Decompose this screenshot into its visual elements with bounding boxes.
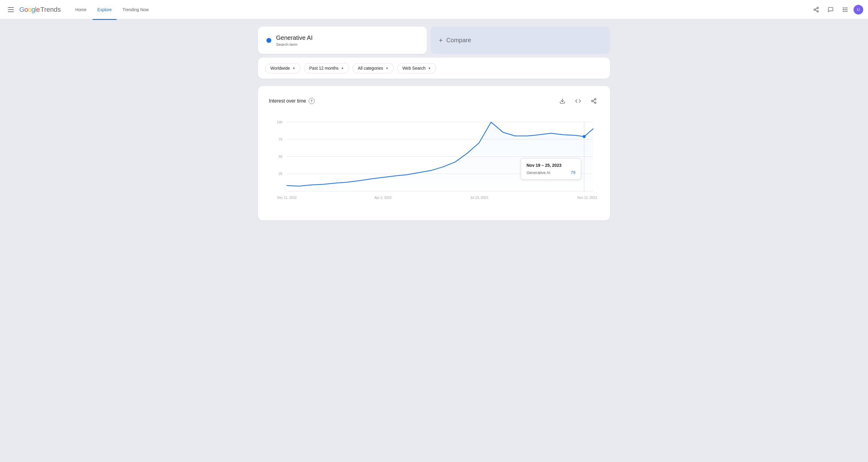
y-label-100: 100	[277, 120, 282, 124]
x-label-apr: Apr 2, 2023	[374, 196, 392, 199]
svg-line-3	[815, 10, 817, 11]
search-term-card[interactable]: Generative AI Search term	[258, 27, 427, 54]
chart-actions	[557, 95, 599, 107]
search-term-dot	[267, 38, 271, 43]
time-filter-label: Past 12 months	[309, 66, 338, 70]
svg-rect-9	[844, 9, 845, 10]
x-label-dec: Dec 11, 2022	[277, 196, 297, 199]
avatar[interactable]: U	[854, 5, 863, 15]
search-compare-row: Generative AI Search term + Compare	[258, 27, 610, 54]
y-label-50: 50	[279, 155, 282, 158]
location-filter-arrow: ▼	[292, 67, 296, 70]
search-term-type: Search term	[276, 42, 418, 47]
chart-header: Interest over time ?	[269, 95, 599, 107]
download-icon[interactable]	[557, 95, 568, 107]
chart-title-row: Interest over time ?	[269, 98, 315, 104]
location-filter-label: Worldwide	[270, 66, 290, 70]
compare-card[interactable]: + Compare	[430, 27, 610, 54]
category-filter[interactable]: All categories ▼	[352, 63, 394, 73]
compare-plus-icon: +	[439, 36, 443, 44]
nav-home[interactable]: Home	[70, 5, 91, 15]
svg-rect-7	[846, 7, 847, 8]
svg-rect-5	[843, 7, 844, 8]
main-content: Generative AI Search term + Compare Worl…	[253, 19, 615, 228]
time-filter[interactable]: Past 12 months ▼	[304, 63, 349, 73]
apps-icon[interactable]	[839, 4, 851, 16]
svg-rect-6	[844, 7, 845, 8]
interest-chart: 100 75 50 25 Dec 11, 2022 Apr 2, 2023 Ju…	[269, 116, 599, 212]
filters-card: Worldwide ▼ Past 12 months ▼ All categor…	[258, 58, 610, 79]
category-filter-label: All categories	[358, 66, 383, 70]
y-label-75: 75	[279, 138, 282, 141]
svg-rect-8	[843, 9, 844, 10]
share-chart-icon[interactable]	[588, 95, 599, 107]
svg-line-18	[593, 101, 595, 102]
google-trends-logo[interactable]: Google Trends	[19, 6, 61, 13]
chart-card: Interest over time ?	[258, 86, 610, 221]
top-navigation: Google Trends Home Explore Trending Now	[0, 0, 868, 19]
x-label-jul: Jul 23, 2023	[470, 196, 488, 199]
help-icon[interactable]: ?	[309, 98, 315, 104]
svg-rect-10	[846, 9, 847, 10]
nav-links: Home Explore Trending Now	[70, 5, 810, 15]
nav-right: U	[810, 4, 863, 16]
feedback-icon[interactable]	[825, 4, 837, 16]
tooltip-dot	[583, 135, 586, 138]
search-term-info: Generative AI Search term	[276, 34, 418, 47]
time-filter-arrow: ▼	[341, 67, 344, 70]
search-type-filter[interactable]: Web Search ▼	[397, 63, 436, 73]
share-icon[interactable]	[810, 4, 822, 16]
chart-title: Interest over time	[269, 98, 306, 104]
compare-label: Compare	[446, 37, 471, 44]
svg-rect-12	[844, 11, 845, 12]
nav-trending[interactable]: Trending Now	[118, 5, 154, 15]
x-label-nov: Nov 12, 2023	[578, 196, 597, 199]
chart-container: 100 75 50 25 Dec 11, 2022 Apr 2, 2023 Ju…	[269, 116, 599, 213]
embed-icon[interactable]	[572, 95, 584, 107]
nav-explore[interactable]: Explore	[93, 5, 116, 15]
search-term-name: Generative AI	[276, 34, 418, 41]
location-filter[interactable]: Worldwide ▼	[265, 63, 301, 73]
svg-rect-11	[843, 11, 844, 12]
search-type-label: Web Search	[402, 66, 426, 70]
category-filter-arrow: ▼	[385, 67, 389, 70]
svg-line-4	[815, 8, 817, 9]
svg-rect-13	[846, 11, 847, 12]
menu-icon[interactable]	[5, 4, 17, 16]
y-label-25: 25	[279, 172, 282, 175]
search-type-arrow: ▼	[428, 67, 431, 70]
svg-line-19	[593, 99, 595, 100]
